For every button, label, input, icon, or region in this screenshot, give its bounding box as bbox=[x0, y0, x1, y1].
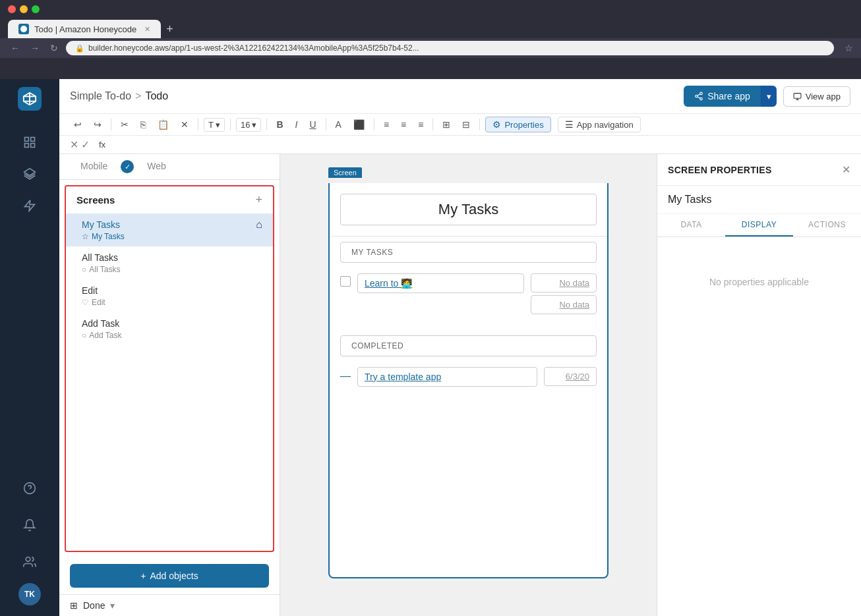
screen-item-sub-my-tasks: ☆ My Tasks bbox=[82, 232, 262, 241]
completed-task-item-1: — Try a template app 6/3/20 bbox=[330, 362, 607, 392]
people-icon[interactable] bbox=[18, 546, 41, 578]
lock-icon: 🔒 bbox=[75, 44, 84, 53]
props-tab-display[interactable]: DISPLAY bbox=[725, 214, 793, 237]
divider3 bbox=[230, 119, 231, 130]
tab-web[interactable]: Web bbox=[136, 154, 177, 179]
props-tab-data[interactable]: DATA bbox=[657, 214, 725, 237]
screen-item-edit[interactable]: Edit ♡ Edit bbox=[66, 279, 273, 312]
breadcrumb-current: Todo bbox=[145, 90, 168, 102]
share-dropdown-btn[interactable]: ▾ bbox=[761, 86, 777, 107]
home-icon: ⌂ bbox=[256, 219, 262, 231]
cut-btn[interactable]: ✂ bbox=[117, 117, 133, 132]
copy-btn[interactable]: ⎘ bbox=[136, 117, 150, 132]
avatar[interactable]: TK bbox=[18, 583, 41, 605]
align-left-btn[interactable]: ≡ bbox=[380, 117, 393, 132]
screen-item-sub-all-tasks: ○ All Tasks bbox=[82, 265, 262, 274]
screens-add-btn[interactable]: + bbox=[255, 193, 262, 207]
add-objects-button[interactable]: + Add objects bbox=[70, 564, 269, 588]
forward-btn[interactable]: → bbox=[28, 42, 42, 55]
underline-btn[interactable]: U bbox=[305, 117, 320, 132]
formula-confirm-icon[interactable]: ✓ bbox=[81, 138, 90, 151]
star-btn[interactable]: ☆ bbox=[845, 43, 853, 53]
text-color-btn[interactable]: A bbox=[332, 117, 345, 132]
completed-item-content: Try a template app bbox=[357, 367, 537, 387]
screen-my-tasks-header: MY TASKS bbox=[340, 242, 597, 263]
canvas-area[interactable]: Screen My Tasks MY TASKS bbox=[280, 154, 657, 616]
screen-item-my-tasks[interactable]: My Tasks ⌂ ☆ My Tasks bbox=[66, 213, 273, 246]
new-tab-btn[interactable]: + bbox=[166, 22, 173, 36]
svg-line-16 bbox=[698, 97, 700, 98]
breadcrumb-parent[interactable]: Simple To-do bbox=[70, 90, 131, 102]
mobile-screen-wrapper: Screen My Tasks MY TASKS bbox=[328, 167, 609, 578]
browser-actions: ☆ bbox=[845, 43, 853, 53]
toolbar-formula: ✕ ✓ fx bbox=[59, 136, 861, 154]
completed-dash-icon: — bbox=[340, 367, 351, 386]
divider2 bbox=[198, 119, 198, 130]
paste-btn[interactable]: 📋 bbox=[154, 117, 173, 132]
sidebar-bottom: TK bbox=[18, 472, 41, 616]
screen-item-all-tasks[interactable]: All Tasks ○ All Tasks bbox=[66, 246, 273, 279]
address-text: builder.honeycode.aws/app/1-us-west-2%3A… bbox=[88, 43, 419, 53]
fullscreen-traffic-light[interactable] bbox=[32, 5, 40, 13]
reload-btn[interactable]: ↻ bbox=[47, 42, 61, 55]
add-objects-plus-icon: + bbox=[140, 571, 146, 581]
screen-item-add-task[interactable]: Add Task ○ Add Task bbox=[66, 312, 273, 345]
format-clear-btn[interactable]: ✕ bbox=[177, 117, 193, 132]
browser-tab[interactable]: Todo | Amazon Honeycode ✕ bbox=[8, 20, 161, 38]
toolbar-format: ↩ ↪ ✂ ⎘ 📋 ✕ T▾ 16▾ B I U A bbox=[59, 114, 861, 136]
svg-line-17 bbox=[698, 94, 700, 96]
close-traffic-light[interactable] bbox=[8, 5, 16, 13]
undo-btn[interactable]: ↩ bbox=[70, 117, 86, 132]
fill-color-btn[interactable]: ⬛ bbox=[349, 117, 369, 132]
bold-btn[interactable]: B bbox=[272, 117, 287, 132]
fx-label: fx bbox=[99, 140, 105, 150]
border-btn2[interactable]: ⊟ bbox=[458, 117, 474, 132]
svg-rect-5 bbox=[25, 138, 29, 142]
align-right-btn[interactable]: ≡ bbox=[414, 117, 427, 132]
sidebar-item-lightning[interactable] bbox=[0, 190, 59, 221]
back-btn[interactable]: ← bbox=[8, 42, 22, 55]
font-size-selector[interactable]: 16▾ bbox=[236, 118, 261, 132]
redo-btn[interactable]: ↪ bbox=[90, 117, 105, 132]
done-select[interactable]: ⊞ Done ▾ bbox=[70, 600, 115, 611]
screens-header: Screens + bbox=[65, 185, 274, 213]
tab-mobile[interactable]: Mobile bbox=[70, 154, 118, 179]
sidebar-item-grid[interactable] bbox=[0, 126, 59, 158]
browser-tab-bar: Todo | Amazon Honeycode ✕ + bbox=[0, 20, 861, 38]
formula-cancel-icon[interactable]: ✕ bbox=[70, 138, 78, 151]
sidebar-item-layers[interactable] bbox=[0, 158, 59, 190]
props-tab-actions[interactable]: ACTIONS bbox=[793, 214, 861, 237]
app-logo[interactable] bbox=[18, 87, 42, 111]
italic-btn[interactable]: I bbox=[291, 117, 302, 132]
svg-rect-6 bbox=[31, 138, 35, 142]
add-objects-label: Add objects bbox=[150, 571, 198, 581]
screen-item-name-my-tasks: My Tasks bbox=[82, 219, 120, 230]
svg-point-0 bbox=[20, 26, 27, 32]
help-icon[interactable] bbox=[18, 472, 41, 504]
task-1-link[interactable]: Learn to 🧑‍💻 bbox=[357, 273, 524, 293]
tab-close-btn[interactable]: ✕ bbox=[144, 25, 150, 34]
props-close-btn[interactable]: ✕ bbox=[842, 163, 850, 176]
notifications-icon[interactable] bbox=[18, 509, 41, 541]
done-arrow-icon: ▾ bbox=[110, 600, 115, 611]
task-list-item-1: Learn to 🧑‍💻 No data No data bbox=[330, 268, 607, 320]
share-app-button[interactable]: Share app bbox=[684, 86, 761, 107]
font-type-selector[interactable]: T▾ bbox=[204, 118, 225, 132]
address-bar[interactable]: 🔒 builder.honeycode.aws/app/1-us-west-2%… bbox=[66, 41, 834, 55]
app-nav-btn-label: App navigation bbox=[577, 120, 634, 130]
svg-rect-8 bbox=[31, 144, 35, 148]
properties-btn[interactable]: ⚙ Properties bbox=[485, 117, 550, 132]
props-empty-message: No properties applicable bbox=[657, 237, 861, 327]
screens-title: Screens bbox=[76, 194, 115, 206]
app-navigation-btn[interactable]: ☰ App navigation bbox=[558, 117, 641, 132]
font-size-value: 16 bbox=[241, 120, 250, 130]
task-1-nodata1: No data bbox=[531, 273, 597, 293]
minimize-traffic-light[interactable] bbox=[20, 5, 28, 13]
border-btn1[interactable]: ⊞ bbox=[438, 117, 454, 132]
done-label: Done bbox=[83, 600, 105, 611]
completed-task-link[interactable]: Try a template app bbox=[357, 367, 537, 387]
task-checkbox-1[interactable] bbox=[340, 276, 351, 287]
mobile-screen: My Tasks MY TASKS Learn to 🧑‍💻 bbox=[328, 183, 609, 578]
align-center-btn[interactable]: ≡ bbox=[397, 117, 410, 132]
view-app-button[interactable]: View app bbox=[783, 86, 850, 107]
